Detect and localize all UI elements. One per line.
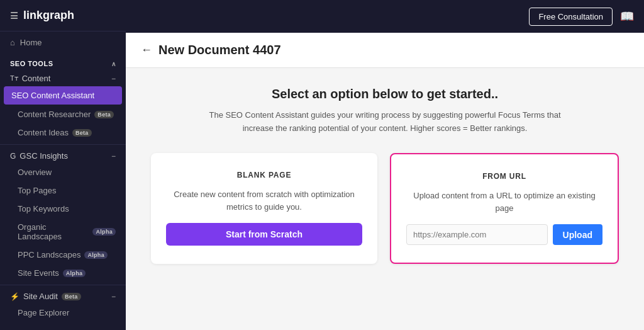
blank-card-title: BLANK PAGE [237,171,291,179]
site-audit-badge: Beta [62,293,81,300]
organic-landscapes-badge: Alpha [92,228,116,236]
sidebar-item-top-pages[interactable]: Top Pages [0,181,126,200]
site-audit-minus-icon[interactable]: − [111,292,116,301]
url-input-row: Upload [406,224,602,245]
sidebar-item-home[interactable]: ⌂ Home [0,31,126,54]
sidebar-home-label: Home [20,38,42,47]
sidebar-item-overview[interactable]: Overview [0,163,126,181]
content-researcher-badge: Beta [94,111,114,118]
organic-landscapes-label: Organic Landscapes [18,222,89,241]
overview-label: Overview [18,168,52,177]
sidebar-item-seo-content-assistant[interactable]: SEO Content Assistant [4,86,122,105]
minus-icon[interactable]: − [111,74,116,83]
back-arrow[interactable]: ← [141,43,152,57]
content-area: Select an option below to get started.. … [126,68,644,330]
gsc-icon: G [10,152,16,161]
ppc-landscapes-badge: Alpha [84,251,108,259]
sidebar-item-content-ideas[interactable]: Content Ideas Beta [0,123,126,142]
sidebar-item-organic-landscapes[interactable]: Organic Landscapes Alpha [0,218,126,246]
topbar: Free Consultation 📖 [126,0,644,33]
main-content: ← New Document 4407 Select an option bel… [126,33,644,330]
blank-card-desc: Create new content from scratch with opt… [166,188,362,215]
hamburger-icon[interactable]: ☰ [10,11,18,21]
content-subtext: The SEO Content Assistant guides your wr… [203,109,567,135]
blank-page-card: BLANK PAGE Create new content from scrat… [151,153,377,265]
upload-button[interactable]: Upload [553,224,602,245]
content-type-icon: Tᴛ [10,74,18,82]
site-events-badge: Alpha [63,270,86,277]
url-card-desc: Upload content from a URL to optimize an… [406,190,602,216]
url-input[interactable] [406,224,548,245]
content-label: Content [22,74,51,83]
site-audit-section[interactable]: ⚡ Site Audit Beta − [0,288,126,304]
sidebar: ☰ linkgraph ⌂ Home SEO TOOLS ∧ Tᴛ Conten… [0,0,126,330]
site-events-label: Site Events [18,268,59,278]
divider-2 [0,285,126,285]
sidebar-item-site-events[interactable]: Site Events Alpha [0,264,126,282]
chevron-up-icon[interactable]: ∧ [111,60,116,67]
site-audit-icon: ⚡ [10,292,19,301]
sidebar-item-content-researcher[interactable]: Content Researcher Beta [0,105,126,123]
gsc-insights-section[interactable]: G GSC Insights − [0,147,126,163]
seo-tools-label: SEO TOOLS [10,60,53,67]
consultation-button[interactable]: Free Consultation [529,8,613,26]
cards-row: BLANK PAGE Create new content from scrat… [151,153,619,265]
page-title: New Document 4407 [158,43,281,57]
top-keywords-label: Top Keywords [18,204,69,213]
site-audit-label: Site Audit [23,292,58,301]
logo: ☰ linkgraph [0,0,126,31]
gsc-minus-icon[interactable]: − [111,152,116,161]
content-ideas-badge: Beta [72,129,92,137]
sidebar-item-page-explorer[interactable]: Page Explorer [0,304,126,322]
brand-name: linkgraph [23,9,74,22]
divider-1 [0,144,126,145]
sidebar-item-top-keywords[interactable]: Top Keywords [0,200,126,218]
ppc-landscapes-label: PPC Landscapes [18,250,80,259]
url-card-title: FROM URL [482,172,526,181]
page-header: ← New Document 4407 [126,33,644,68]
from-url-card: FROM URL Upload content from a URL to op… [390,153,619,265]
sidebar-item-ppc-landscapes[interactable]: PPC Landscapes Alpha [0,246,126,264]
home-icon: ⌂ [10,38,15,47]
start-from-scratch-button[interactable]: Start from Scratch [166,223,362,246]
seo-tools-section: SEO TOOLS ∧ [0,54,126,70]
gsc-insights-label: GSC Insights [19,151,68,161]
content-section[interactable]: Tᴛ Content − [0,70,126,86]
top-pages-label: Top Pages [18,186,56,195]
content-researcher-label: Content Researcher [18,110,91,119]
seo-content-assistant-label: SEO Content Assistant [11,91,94,100]
content-headline: Select an option below to get started.. [272,87,498,101]
page-explorer-label: Page Explorer [18,308,69,317]
content-ideas-label: Content Ideas [18,128,69,137]
book-icon[interactable]: 📖 [620,9,634,23]
